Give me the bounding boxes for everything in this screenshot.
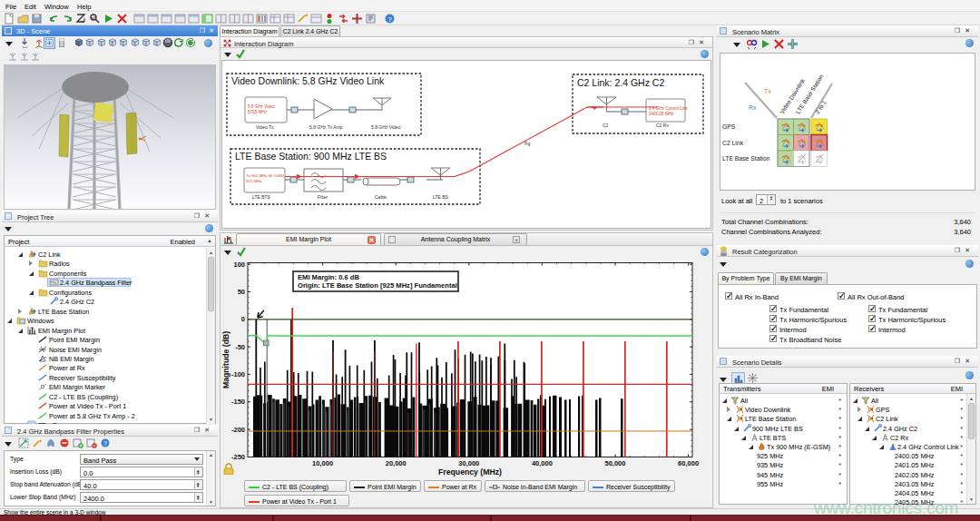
svg-text:?: ? — [387, 15, 392, 24]
svg-text:925 MHz: 925 MHz — [246, 179, 262, 183]
svg-text:LTE BTS: LTE BTS — [252, 194, 271, 200]
svg-text:50,000: 50,000 — [605, 459, 626, 467]
svg-text:Magnitude (dB): Magnitude (dB) — [221, 331, 230, 388]
svg-text:LTE Base Station: 900 MHz LTE: LTE Base Station: 900 MHz LTE BS — [235, 151, 387, 162]
svg-text:2 to 1: 2 to 1 — [814, 99, 828, 115]
svg-text:Rx: Rx — [749, 104, 757, 111]
svg-text:40,000: 40,000 — [532, 459, 553, 467]
svg-text:10,000: 10,000 — [312, 459, 333, 467]
svg-text:LTE Base Station: LTE Base Station — [722, 155, 770, 162]
svg-text:C2 Link: 2.4 GHz C2: C2 Link: 2.4 GHz C2 — [577, 77, 664, 88]
svg-text:Frequency (MHz): Frequency (MHz) — [438, 467, 502, 477]
svg-text:5.8 GHz Video: 5.8 GHz Video — [371, 124, 401, 130]
svg-text:Tx 900 MHz (E-GSM): Tx 900 MHz (E-GSM) — [246, 173, 285, 178]
svg-text:Filter: Filter — [318, 194, 328, 200]
svg-text:EMI Margin: 0.6 dB: EMI Margin: 0.6 dB — [298, 273, 359, 281]
svg-text:-150: -150 — [231, 398, 245, 406]
svg-text:5.8 GHz Tx Amp: 5.8 GHz Tx Amp — [309, 124, 343, 130]
svg-text:0: 0 — [241, 315, 245, 323]
svg-text:Origin: LTE Base Station [925: Origin: LTE Base Station [925 MHz] Funda… — [298, 281, 457, 290]
svg-text:20,000: 20,000 — [386, 459, 407, 467]
svg-text:C2 Link: C2 Link — [722, 140, 744, 146]
svg-text:-50: -50 — [235, 343, 245, 351]
svg-text:C2 Rx: C2 Rx — [656, 123, 669, 128]
svg-text:100: 100 — [233, 260, 245, 269]
svg-text:5.8 GHz Video: 5.8 GHz Video — [248, 104, 275, 109]
svg-text:60,000: 60,000 — [678, 459, 699, 467]
svg-text:-200: -200 — [231, 426, 245, 434]
svg-text:Tx: Tx — [764, 88, 771, 94]
svg-text:-100: -100 — [231, 370, 245, 378]
svg-text:Video Tx: Video Tx — [256, 124, 274, 130]
svg-text:50: 50 — [238, 288, 245, 296]
svg-text:2400.05 MHz: 2400.05 MHz — [649, 112, 674, 116]
svg-text:?: ? — [103, 440, 107, 447]
svg-text:Fg: Fg — [524, 141, 530, 146]
svg-text:LTE BS: LTE BS — [433, 194, 449, 200]
svg-text:30,000: 30,000 — [458, 459, 479, 467]
svg-text:C2: C2 — [603, 123, 609, 128]
svg-text:GPS: GPS — [722, 123, 736, 130]
svg-text:-250: -250 — [231, 453, 245, 461]
svg-text:Cable: Cable — [375, 194, 387, 200]
svg-text:5705 MHz: 5705 MHz — [248, 110, 268, 114]
svg-text:Video Downlink: 5.8 GHz Video: Video Downlink: 5.8 GHz Video Link — [231, 75, 385, 86]
